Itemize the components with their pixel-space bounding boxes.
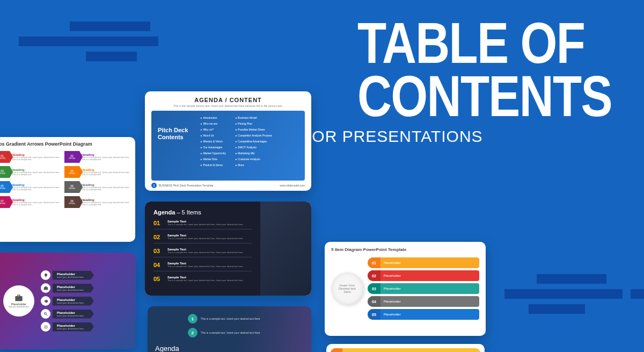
thumbnail-placeholder-radial: Placeholder Insert your desired text her…: [0, 253, 136, 349]
card-subtitle: This is the sample dummy text. Insert yo…: [151, 104, 305, 107]
deco-block: [504, 289, 623, 299]
thumbnail-5-item-diagram: 5 Item Diagram PowerPoint Template Inser…: [325, 242, 486, 336]
svg-point-1: [45, 326, 46, 327]
card-title: teps Gradient Arrows PowerPoint Diagram: [0, 141, 131, 147]
briefcase-icon: [14, 294, 23, 303]
center-circle: Placeholder Insert your desired text her…: [3, 285, 34, 317]
content-column-1: Introduction Who we are Why us? About Us…: [201, 116, 226, 175]
hero-title: TABLE OF CONTENTS FOR PRESENTATIONS: [302, 16, 612, 146]
deco-block: [70, 21, 150, 31]
target-icon: [43, 325, 48, 329]
hero-subtitle: FOR PRESENTATIONS: [302, 127, 612, 146]
thumbnail-agenda-5-items: Agenda – 5 Items 01Sample TextThis is a …: [145, 202, 311, 296]
deco-block: [19, 37, 158, 46]
building-image: [260, 202, 311, 296]
agenda-title: Agenda: [155, 344, 179, 352]
hero-line2: CONTENTS: [357, 63, 612, 128]
deco-block: [537, 274, 606, 284]
card-title: 5 Item Diagram PowerPoint Template: [331, 247, 479, 252]
center-oval: Insert Your Desired text Here: [331, 272, 363, 305]
card-title: AGENDA / CONTENT: [151, 97, 305, 103]
deco-block: [529, 304, 585, 314]
card-footer: 2 BUSINESS Pitch Deck Presentation Templ…: [151, 183, 305, 188]
deco-block: [631, 289, 644, 299]
gear-icon: [43, 299, 48, 304]
search-icon: [43, 312, 48, 317]
deco-block: [86, 52, 137, 61]
content-column-2: Business Model Pricing Plan Possible Mar…: [236, 116, 272, 175]
pitch-deck-title: Pitch Deck Contents: [158, 127, 195, 175]
bulb-icon: [43, 273, 48, 278]
thumbnail-agenda-green: Agenda 1This is a sample text. Insert yo…: [148, 306, 311, 352]
thumbnail-gradient-arrows: teps Gradient Arrows PowerPoint Diagram …: [0, 137, 135, 242]
briefcase-icon: [43, 286, 48, 291]
thumbnail-agenda-content: AGENDA / CONTENT This is the sample dumm…: [145, 91, 311, 191]
thumbnail-partial-bottom: 01This is a sample text. Insert your des…: [326, 344, 485, 352]
